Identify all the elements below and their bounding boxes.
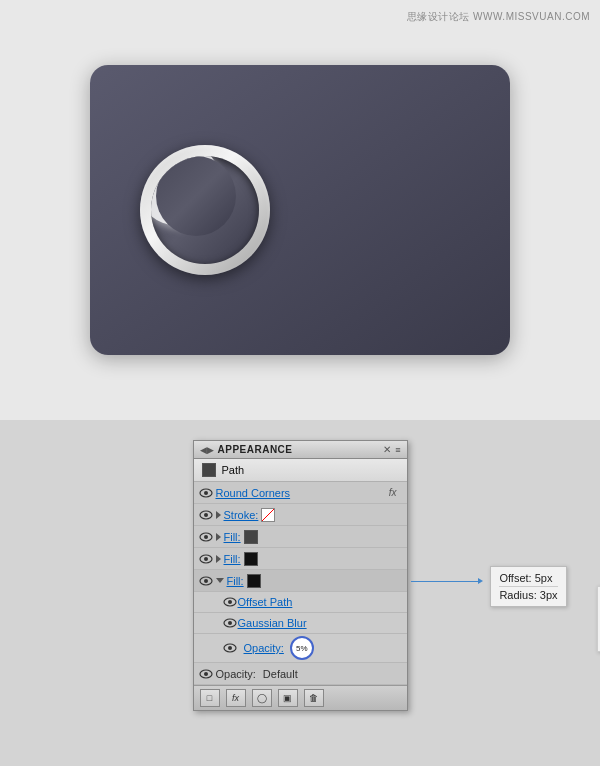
- preview-area: 思缘设计论坛 WWW.MISSVUAN.COM: [0, 0, 600, 420]
- add-icon: □: [207, 693, 212, 703]
- double-arrow-icon[interactable]: ◀▶: [200, 445, 214, 455]
- row-round-corners: Round Corners fx: [194, 482, 407, 504]
- circle-icon: [140, 145, 270, 275]
- visibility-icon-8[interactable]: [222, 640, 238, 656]
- row-fill-3-expanded: Fill: Offset: 5px Radius: 3px R: 0 G: 0 …: [194, 570, 407, 592]
- offset-path-label[interactable]: Offset Path: [238, 596, 293, 608]
- fill2-swatch: [244, 552, 258, 566]
- circle-outer-ring: [140, 145, 270, 275]
- copy-button[interactable]: ▣: [278, 689, 298, 707]
- visibility-icon-1[interactable]: [198, 485, 214, 501]
- arrow-head: [478, 578, 483, 584]
- expand-icon-4[interactable]: [216, 555, 221, 563]
- svg-point-11: [228, 600, 232, 604]
- crescent-mask: [156, 156, 236, 236]
- row-content-5: Fill:: [216, 574, 403, 588]
- fill1-swatch: [244, 530, 258, 544]
- svg-point-5: [204, 535, 208, 539]
- fx-icon: fx: [232, 693, 239, 703]
- path-swatch: [202, 463, 216, 477]
- sub-row-gaussian-blur: Gaussian Blur: [194, 613, 407, 634]
- svg-point-7: [204, 557, 208, 561]
- panel-titlebar: ◀▶ APPEARANCE ✕ ≡: [194, 441, 407, 459]
- panel-close-icon[interactable]: ✕: [383, 444, 391, 455]
- design-card: [90, 65, 510, 355]
- row-content-4: Fill:: [216, 552, 403, 566]
- row-stroke: Stroke:: [194, 504, 407, 526]
- panel-title-left: ◀▶ APPEARANCE: [200, 444, 293, 455]
- delete-button[interactable]: 🗑: [304, 689, 324, 707]
- row-fill-2: Fill:: [194, 548, 407, 570]
- collapse-icon-5[interactable]: [216, 578, 224, 583]
- stroke-swatch: [261, 508, 275, 522]
- visibility-icon-7[interactable]: [222, 615, 238, 631]
- path-header-left: Path: [202, 463, 245, 477]
- visibility-icon-4[interactable]: [198, 551, 214, 567]
- stroke-label[interactable]: Stroke:: [224, 509, 259, 521]
- fill2-label[interactable]: Fill:: [224, 553, 241, 565]
- opacity-sub-label[interactable]: Opacity:: [244, 642, 284, 654]
- visibility-icon-9[interactable]: [198, 666, 214, 682]
- panel-menu-icon[interactable]: ≡: [395, 445, 400, 455]
- expand-icon-2[interactable]: [216, 511, 221, 519]
- circle-icon: ◯: [257, 693, 267, 703]
- path-label: Path: [222, 464, 245, 476]
- row-content-1: Round Corners fx: [216, 487, 403, 499]
- svg-point-3: [204, 513, 208, 517]
- expand-icon-3[interactable]: [216, 533, 221, 541]
- panel-title: APPEARANCE: [218, 444, 293, 455]
- arrow-connector: [411, 581, 479, 582]
- appearance-panel: ◀▶ APPEARANCE ✕ ≡ Path: [193, 440, 408, 711]
- svg-point-1: [204, 491, 208, 495]
- radius-line: Radius: 3px: [499, 587, 557, 603]
- visibility-icon-5[interactable]: [198, 573, 214, 589]
- fx-badge-1: fx: [389, 487, 397, 498]
- path-header: Path: [194, 459, 407, 482]
- copy-icon: ▣: [283, 693, 292, 703]
- svg-point-13: [228, 621, 232, 625]
- fill1-label[interactable]: Fill:: [224, 531, 241, 543]
- sub-rows: Offset Path Gaussian Blur: [194, 592, 407, 663]
- fx-button[interactable]: fx: [226, 689, 246, 707]
- sub-row-opacity: Opacity: 5%: [194, 634, 407, 663]
- opacity-label: Opacity:: [216, 668, 256, 680]
- gaussian-blur-label[interactable]: Gaussian Blur: [238, 617, 307, 629]
- add-item-button[interactable]: □: [200, 689, 220, 707]
- visibility-icon-3[interactable]: [198, 529, 214, 545]
- panel-controls: ✕ ≡: [383, 444, 400, 455]
- bottom-section: ◀▶ APPEARANCE ✕ ≡ Path: [0, 420, 600, 766]
- sub-row-offset-path: Offset Path: [194, 592, 407, 613]
- panel-toolbar: □ fx ◯ ▣ 🗑: [194, 685, 407, 710]
- circle-inner: [151, 156, 259, 264]
- svg-point-9: [204, 579, 208, 583]
- circle-button[interactable]: ◯: [252, 689, 272, 707]
- row-opacity-default: Opacity: Default: [194, 663, 407, 685]
- row-content-2: Stroke:: [216, 508, 403, 522]
- row-fill-1: Fill:: [194, 526, 407, 548]
- opacity-circle[interactable]: 5%: [290, 636, 314, 660]
- row-content-3: Fill:: [216, 530, 403, 544]
- offset-line: Offset: 5px: [499, 570, 557, 587]
- svg-point-15: [228, 646, 232, 650]
- panel-body: Round Corners fx Stroke:: [194, 482, 407, 685]
- round-corners-label[interactable]: Round Corners: [216, 487, 291, 499]
- trash-icon: 🗑: [309, 693, 318, 703]
- opacity-default-value: Default: [263, 668, 298, 680]
- fill3-swatch: [247, 574, 261, 588]
- svg-point-17: [204, 672, 208, 676]
- visibility-icon-6[interactable]: [222, 594, 238, 610]
- row-content-opacity: Opacity: Default: [216, 668, 403, 680]
- visibility-icon-2[interactable]: [198, 507, 214, 523]
- opacity-value: 5%: [296, 644, 308, 653]
- watermark: 思缘设计论坛 WWW.MISSVUAN.COM: [407, 10, 590, 24]
- fill3-label[interactable]: Fill:: [227, 575, 244, 587]
- offset-popup: Offset: 5px Radius: 3px: [490, 566, 566, 607]
